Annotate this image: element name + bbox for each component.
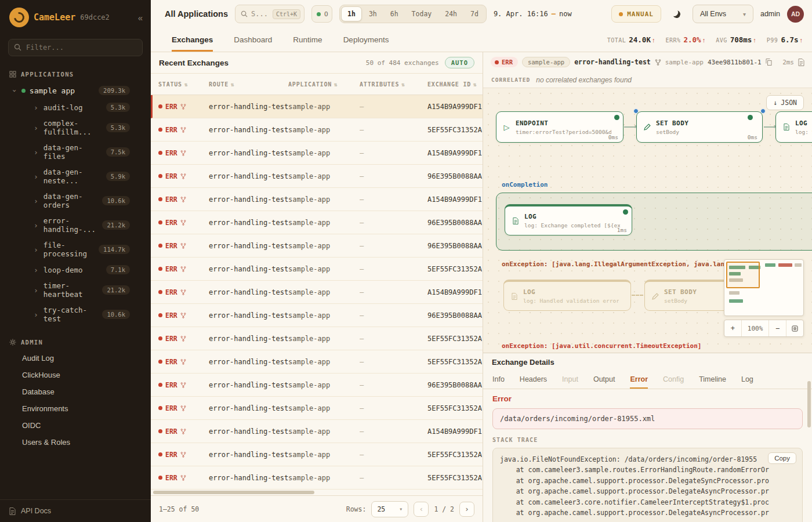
document-icon[interactable] bbox=[798, 59, 804, 66]
exchange-row[interactable]: ERRerror-handling-testsample-app—96E395B… bbox=[151, 234, 483, 258]
flow-minimap[interactable] bbox=[724, 259, 804, 316]
selection-handle[interactable] bbox=[633, 108, 639, 114]
flow-node-set-body[interactable]: SET BODY setBody 0ms bbox=[636, 111, 763, 143]
zoom-out-button[interactable]: − bbox=[768, 320, 786, 336]
exchange-row[interactable]: ERRerror-handling-testsample-app—5EF55FC… bbox=[151, 397, 483, 420]
time-range-1h[interactable]: 1h bbox=[341, 6, 362, 21]
exchange-row[interactable]: ERRerror-handling-testsample-app—96E395B… bbox=[151, 374, 483, 397]
sidebar-route-audit-log[interactable]: ›audit-log5.3k bbox=[0, 99, 151, 115]
stat-value: 708ms bbox=[730, 35, 752, 44]
tab-deployments[interactable]: Deployments bbox=[343, 28, 389, 52]
on-completion-label: onCompletion bbox=[502, 181, 548, 188]
column-header-attributes[interactable]: ATTRIBUTES⇅ bbox=[360, 81, 427, 88]
exchange-row[interactable]: ERRerror-handling-testsample-app—A154B9A… bbox=[151, 420, 483, 443]
flow-node-log[interactable]: LOG log: Sta... bbox=[775, 111, 812, 143]
download-json-button[interactable]: ↓ JSON bbox=[766, 95, 804, 110]
global-search[interactable]: S... Ctrl+K bbox=[235, 5, 304, 23]
exchange-row[interactable]: ERRerror-handling-testsample-app—96E395B… bbox=[151, 165, 483, 188]
dark-mode-toggle[interactable] bbox=[668, 5, 686, 23]
exchange-row[interactable]: ERRerror-handling-testsample-app—5EF55FC… bbox=[151, 327, 483, 350]
column-header-status[interactable]: STATUS⇅ bbox=[158, 81, 209, 88]
applications-section-header[interactable]: APPLICATIONS bbox=[0, 66, 151, 82]
time-range-3h[interactable]: 3h bbox=[362, 6, 383, 21]
exchange-row[interactable]: ERRerror-handling-testsample-app—5EF55FC… bbox=[151, 443, 483, 466]
admin-section-header[interactable]: ADMIN bbox=[0, 334, 151, 350]
sidebar-route-data-gen-orders[interactable]: ›data-gen-orders10.6k bbox=[0, 188, 151, 213]
details-tab-headers[interactable]: Headers bbox=[520, 371, 547, 389]
auto-refresh-badge[interactable]: AUTO bbox=[445, 57, 474, 68]
horizontal-scrollbar[interactable] bbox=[151, 490, 483, 495]
date-range[interactable]: 9. Apr. 16:16 – now bbox=[494, 10, 572, 18]
exchange-row[interactable]: ERRerror-handling-testsample-app—96E395B… bbox=[151, 211, 483, 234]
exchange-row[interactable]: ERRerror-handling-testsample-app—A154B9A… bbox=[151, 281, 483, 304]
flow-node-log-completion[interactable]: LOG log: Exchange completed [${exchan...… bbox=[505, 204, 632, 235]
sidebar-route-complex-fulfillm[interactable]: ›complex-fulfillm...5.3k bbox=[0, 115, 151, 140]
stack-trace-block[interactable]: Copy java.io.FileNotFoundException: /dat… bbox=[492, 448, 803, 522]
sidebar-route-error-handling[interactable]: ›error-handling-...21.2k bbox=[0, 213, 151, 237]
sidebar-route-data-gen-neste[interactable]: ›data-gen-neste...5.9k bbox=[0, 164, 151, 188]
details-tab-log[interactable]: Log bbox=[741, 371, 753, 389]
admin-item-oidc[interactable]: OIDC bbox=[0, 417, 151, 434]
vertical-scrollbar-thumb[interactable] bbox=[807, 381, 811, 427]
time-range-6h[interactable]: 6h bbox=[384, 6, 405, 21]
flow-node-log-exception[interactable]: LOG log: Handled validation error: ${exc… bbox=[503, 280, 631, 311]
zoom-in-button[interactable]: + bbox=[724, 320, 741, 336]
exchange-row[interactable]: ERRerror-handling-testsample-app—96E395B… bbox=[151, 304, 483, 327]
exchange-row[interactable]: ERRerror-handling-testsample-app—A154B9A… bbox=[151, 188, 483, 211]
exchange-row[interactable]: ERRerror-handling-testsample-app—5EF55FC… bbox=[151, 258, 483, 281]
column-header-exchange-id[interactable]: EXCHANGE ID⇅ bbox=[427, 81, 483, 88]
prev-page-button[interactable]: ‹ bbox=[414, 502, 429, 517]
sidebar-collapse-button[interactable]: « bbox=[138, 13, 143, 23]
details-tab-input[interactable]: Input bbox=[562, 371, 578, 389]
exchange-row[interactable]: ERRerror-handling-testsample-app—5EF55FC… bbox=[151, 350, 483, 374]
exchange-row[interactable]: ERRerror-handling-testsample-app—5EF55FC… bbox=[151, 466, 483, 490]
attributes-cell: — bbox=[360, 311, 427, 320]
sidebar-route-file-processing[interactable]: ›file-processing114.7k bbox=[0, 237, 151, 262]
api-docs-link[interactable]: API Docs bbox=[0, 499, 151, 522]
manual-refresh-button[interactable]: MANUAL bbox=[611, 5, 661, 23]
time-range-today[interactable]: Today bbox=[405, 6, 438, 21]
exchange-row[interactable]: ERRerror-handling-testsample-app—A154B9A… bbox=[151, 142, 483, 165]
sidebar-route-timer-heartbeat[interactable]: ›timer-heartbeat21.2k bbox=[0, 278, 151, 302]
flow-canvas[interactable]: ↓ JSON ▷ ENDPOINT timer:errorTest?period… bbox=[483, 88, 812, 353]
avatar[interactable]: AD bbox=[787, 6, 804, 23]
admin-item-clickhouse[interactable]: ClickHouse bbox=[0, 367, 151, 383]
column-header-route[interactable]: ROUTE⇅ bbox=[209, 81, 288, 88]
sidebar-filter-input[interactable] bbox=[8, 39, 143, 56]
sidebar-route-try-catch-test[interactable]: ›try-catch-test10.6k bbox=[0, 302, 151, 327]
vertical-scrollbar[interactable] bbox=[807, 381, 811, 427]
sidebar-route-loop-demo[interactable]: ›loop-demo7.1k bbox=[0, 262, 151, 278]
sidebar-item-sample-app[interactable]: › sample app 209.3k bbox=[0, 82, 151, 99]
sidebar-route-data-gen-files[interactable]: ›data-gen-files7.5k bbox=[0, 140, 151, 164]
horizontal-scrollbar-thumb[interactable] bbox=[153, 491, 314, 494]
time-range-24h[interactable]: 24h bbox=[438, 6, 463, 21]
on-completion-group[interactable]: LOG log: Exchange completed [${exchan...… bbox=[496, 193, 812, 251]
details-tab-info[interactable]: Info bbox=[492, 371, 505, 389]
rows-per-page-select[interactable]: 25 ▾ bbox=[371, 501, 408, 517]
admin-item-database[interactable]: Database bbox=[0, 383, 151, 400]
status-cell: ERR bbox=[158, 427, 209, 436]
copy-stack-button[interactable]: Copy bbox=[768, 452, 796, 464]
selection-handle[interactable] bbox=[760, 108, 766, 114]
zoom-fit-button[interactable] bbox=[786, 320, 803, 336]
details-tab-timeline[interactable]: Timeline bbox=[699, 371, 726, 389]
details-tab-config[interactable]: Config bbox=[663, 371, 684, 389]
env-select[interactable]: All Envs ▾ bbox=[693, 5, 753, 23]
exchange-row[interactable]: ERRerror-handling-testsample-app—5EF55FC… bbox=[151, 118, 483, 142]
admin-item-audit-log[interactable]: Audit Log bbox=[0, 350, 151, 367]
copy-id-icon[interactable] bbox=[766, 59, 772, 66]
minimap-viewport[interactable] bbox=[726, 262, 760, 288]
admin-item-environments[interactable]: Environments bbox=[0, 400, 151, 417]
exchange-row[interactable]: ERRerror-handling-testsample-app—A154B9A… bbox=[151, 95, 483, 118]
attributes-cell: — bbox=[360, 103, 427, 111]
details-tab-error[interactable]: Error bbox=[630, 371, 648, 389]
details-tab-output[interactable]: Output bbox=[593, 371, 615, 389]
flow-node-endpoint[interactable]: ▷ ENDPOINT timer:errorTest?period=5000&d… bbox=[496, 111, 624, 143]
tab-runtime[interactable]: Runtime bbox=[293, 28, 322, 52]
tab-dashboard[interactable]: Dashboard bbox=[234, 28, 272, 52]
next-page-button[interactable]: › bbox=[459, 502, 474, 517]
admin-item-users-roles[interactable]: Users & Roles bbox=[0, 434, 151, 451]
column-header-application[interactable]: APPLICATION⇅ bbox=[288, 81, 360, 88]
tab-exchanges[interactable]: Exchanges bbox=[172, 28, 213, 52]
time-range-7d[interactable]: 7d bbox=[464, 6, 485, 21]
